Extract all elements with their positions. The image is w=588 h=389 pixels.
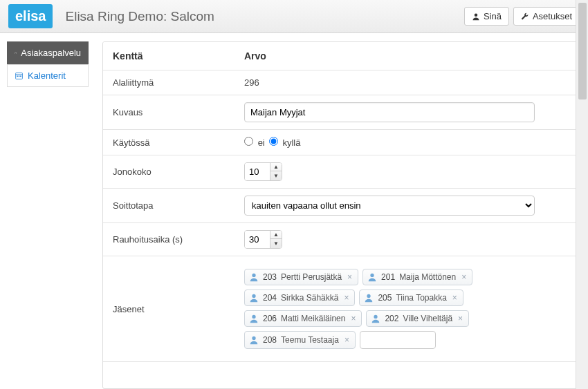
svg-point-10 bbox=[252, 294, 255, 298]
remove-icon[interactable]: × bbox=[349, 314, 357, 323]
row-callmode: Soittotapa kauiten vapaana ollut ensin bbox=[103, 189, 580, 223]
description-label: Kuvaus bbox=[103, 95, 235, 130]
svg-point-14 bbox=[252, 336, 255, 340]
user-icon bbox=[472, 12, 480, 21]
svg-point-13 bbox=[374, 315, 378, 319]
col-field: Kenttä bbox=[103, 42, 235, 70]
member-number: 205 bbox=[378, 293, 392, 303]
remove-icon[interactable]: × bbox=[451, 293, 459, 303]
enabled-no-radio[interactable] bbox=[244, 137, 253, 146]
member-name: Sirkka Sähäkkä bbox=[281, 293, 338, 303]
enabled-yes-option[interactable]: kyllä bbox=[269, 137, 301, 148]
svg-point-0 bbox=[475, 13, 478, 17]
member-name: Maija Möttönen bbox=[399, 272, 456, 282]
enabled-yes-radio[interactable] bbox=[269, 137, 278, 146]
person-icon bbox=[249, 293, 259, 303]
scrollbar-track[interactable] bbox=[576, 0, 588, 389]
member-chip[interactable]: 205Tiina Topakka× bbox=[359, 290, 463, 306]
members-label: Jäsenet bbox=[103, 256, 235, 362]
page-title: Elisa Ring Demo: Salcom bbox=[65, 9, 459, 24]
calendar-icon bbox=[15, 71, 24, 80]
user-button[interactable]: Sinä bbox=[464, 7, 509, 26]
member-number: 201 bbox=[381, 272, 395, 282]
stepper-down-icon[interactable]: ▼ bbox=[270, 171, 282, 180]
member-chip[interactable]: 208Teemu Testaaja× bbox=[244, 331, 356, 349]
sidebar-item-label: Asiakaspalvelu bbox=[21, 48, 81, 58]
remove-icon[interactable]: × bbox=[457, 314, 464, 323]
enabled-label: Käytössä bbox=[103, 130, 235, 155]
sidebar-item-kalenterit[interactable]: Kalenterit bbox=[7, 64, 89, 87]
svg-rect-7 bbox=[20, 76, 21, 77]
sidebar-item-asiakaspalvelu[interactable]: Asiakaspalvelu bbox=[7, 41, 89, 64]
person-icon bbox=[249, 272, 259, 282]
member-name: Pertti Perusjätkä bbox=[281, 272, 342, 282]
row-cooldown: Rauhoitusaika (s) ▲ ▼ bbox=[103, 223, 580, 256]
svg-point-11 bbox=[367, 294, 371, 298]
col-value: Arvo bbox=[235, 42, 580, 70]
stepper-up-icon[interactable]: ▲ bbox=[270, 163, 282, 171]
member-chip[interactable]: 201Maija Möttönen× bbox=[362, 269, 472, 285]
sidebar-item-label: Kalenterit bbox=[28, 70, 66, 81]
queue-label: Jonokoko bbox=[103, 155, 235, 189]
member-chip[interactable]: 204Sirkka Sähäkkä× bbox=[244, 290, 355, 306]
settings-button-label: Asetukset bbox=[533, 11, 572, 21]
settings-table: Kenttä Arvo Alaliittymä 296 Kuvaus Käytö… bbox=[103, 42, 580, 362]
scrollbar-thumb[interactable] bbox=[578, 3, 587, 99]
row-extension: Alaliittymä 296 bbox=[103, 70, 580, 95]
remove-icon[interactable]: × bbox=[460, 272, 468, 282]
callmode-select[interactable]: kauiten vapaana ollut ensin bbox=[244, 196, 535, 216]
svg-point-8 bbox=[252, 274, 255, 277]
enabled-no-label: ei bbox=[258, 137, 265, 148]
member-add-input[interactable] bbox=[360, 331, 436, 349]
row-enabled: Käytössä ei kyllä bbox=[103, 130, 580, 155]
remove-icon[interactable]: × bbox=[342, 293, 350, 303]
description-input[interactable] bbox=[244, 102, 535, 122]
extension-value: 296 bbox=[235, 70, 580, 95]
main: Asiakaspalvelu Kalenterit Kenttä Arvo Al… bbox=[0, 33, 588, 389]
remove-icon[interactable]: × bbox=[346, 272, 353, 282]
svg-point-12 bbox=[252, 315, 255, 319]
settings-button[interactable]: Asetukset bbox=[513, 7, 580, 26]
content: Kenttä Arvo Alaliittymä 296 Kuvaus Käytö… bbox=[102, 41, 581, 389]
member-number: 206 bbox=[263, 314, 277, 323]
row-queue: Jonokoko ▲ ▼ bbox=[103, 155, 580, 189]
enabled-yes-label: kyllä bbox=[282, 137, 300, 148]
cooldown-stepper[interactable]: ▲ ▼ bbox=[244, 230, 282, 249]
member-number: 204 bbox=[263, 293, 277, 303]
member-name: Matti Meikäläinen bbox=[281, 314, 345, 323]
svg-rect-6 bbox=[19, 76, 20, 77]
person-icon bbox=[249, 335, 259, 345]
headset-icon bbox=[15, 48, 17, 57]
member-name: Tiina Topakka bbox=[396, 293, 446, 303]
svg-point-9 bbox=[370, 274, 374, 277]
remove-icon[interactable]: × bbox=[343, 335, 351, 345]
member-name: Teemu Testaaja bbox=[281, 335, 339, 345]
cooldown-input[interactable] bbox=[245, 231, 270, 248]
row-members: Jäsenet 203Pertti Perusjätkä×201Maija Mö… bbox=[103, 256, 580, 362]
member-number: 202 bbox=[385, 314, 398, 323]
topbar: elisa Elisa Ring Demo: Salcom Sinä Asetu… bbox=[0, 0, 588, 33]
wrench-icon bbox=[521, 12, 529, 21]
enabled-no-option[interactable]: ei bbox=[244, 137, 265, 148]
extension-label: Alaliittymä bbox=[103, 70, 235, 95]
queue-input[interactable] bbox=[245, 163, 270, 180]
person-icon bbox=[364, 293, 374, 303]
member-chip[interactable]: 203Pertti Perusjätkä× bbox=[244, 269, 358, 285]
user-button-label: Sinä bbox=[484, 11, 502, 21]
member-name: Ville Viheltäjä bbox=[403, 314, 452, 323]
stepper-down-icon[interactable]: ▼ bbox=[270, 239, 282, 247]
member-chip[interactable]: 206Matti Meikäläinen× bbox=[244, 310, 362, 327]
member-chip[interactable]: 202Ville Viheltäjä× bbox=[366, 310, 469, 327]
logo: elisa bbox=[8, 4, 53, 28]
member-number: 208 bbox=[263, 335, 277, 345]
person-icon bbox=[371, 314, 380, 323]
sidebar: Asiakaspalvelu Kalenterit bbox=[7, 41, 89, 389]
callmode-label: Soittotapa bbox=[103, 189, 235, 223]
svg-rect-5 bbox=[17, 76, 18, 77]
cooldown-label: Rauhoitusaika (s) bbox=[103, 223, 235, 256]
member-number: 203 bbox=[263, 272, 277, 282]
queue-stepper[interactable]: ▲ ▼ bbox=[244, 162, 282, 181]
members-chips: 203Pertti Perusjätkä×201Maija Möttönen×2… bbox=[244, 269, 542, 349]
stepper-up-icon[interactable]: ▲ bbox=[270, 231, 282, 239]
row-description: Kuvaus bbox=[103, 95, 580, 130]
